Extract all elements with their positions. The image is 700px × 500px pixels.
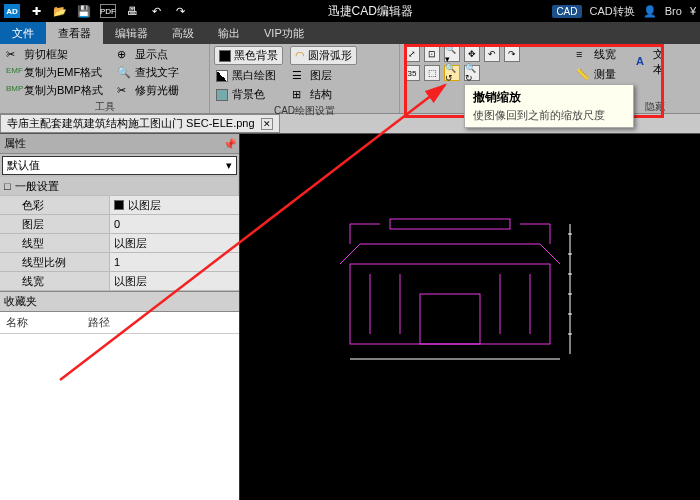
prop-row-layer[interactable]: 图层0 — [0, 215, 239, 234]
title-bar: AD ✚ 📂 💾 PDF 🖶 ↶ ↷ 迅捷CAD编辑器 CAD CAD转换 👤 … — [0, 0, 700, 22]
point-icon: ⊕ — [117, 48, 131, 62]
group-tools: ✂剪切框架 EMF复制为EMF格式 BMP复制为BMP格式 ⊕显示点 🔍查找文字… — [0, 44, 210, 113]
app-title: 迅捷CAD编辑器 — [196, 3, 544, 20]
dropdown-icon: ▾ — [226, 159, 232, 172]
tooltip-description: 使图像回到之前的缩放尺度 — [473, 108, 625, 123]
copy-emf-button[interactable]: EMF复制为EMF格式 — [4, 64, 114, 81]
properties-panel: 属性 📌 默认值 ▾ □一般设置 色彩以图层 图层0 线型以图层 线型比例1 线… — [0, 134, 240, 500]
tab-file[interactable]: 文件 — [0, 22, 46, 44]
zoom-undo-button[interactable]: 🔍↺ — [444, 65, 460, 81]
color-swatch-icon — [216, 89, 228, 101]
line-icon: ≡ — [576, 48, 590, 62]
fav-col-path: 路径 — [88, 315, 110, 330]
measure-button[interactable]: 📏测量 — [574, 66, 626, 83]
layer-button[interactable]: ☰图层 — [290, 67, 357, 84]
group-tools-label: 工具 — [4, 99, 205, 115]
close-tab-icon[interactable]: ✕ — [261, 118, 273, 130]
ribbon-tabs: 文件 查看器 编辑器 高级 输出 VIP功能 — [0, 22, 700, 44]
properties-header: 属性 📌 — [0, 134, 239, 154]
find-icon: 🔍 — [117, 66, 131, 80]
cad-convert-link[interactable]: CAD转换 — [590, 4, 635, 19]
layer-icon: ☰ — [292, 69, 306, 83]
struct-icon: ⊞ — [292, 88, 306, 102]
find-text-button[interactable]: 🔍查找文字 — [115, 64, 181, 81]
open-icon[interactable]: 📂 — [52, 4, 68, 18]
bg-color-button[interactable]: 背景色 — [214, 86, 283, 103]
document-tab[interactable]: 寺庙主配套建筑建筑结构施工图山门 SEC-ELE.png ✕ — [0, 114, 280, 133]
arc-icon: ◠ — [295, 49, 305, 62]
prop-row-lineweight[interactable]: 线宽以图层 — [0, 272, 239, 291]
black-swatch-icon — [219, 50, 231, 62]
text-icon: A — [636, 55, 649, 69]
prop-row-color[interactable]: 色彩以图层 — [0, 196, 239, 215]
copy-bmp-button[interactable]: BMP复制为BMP格式 — [4, 82, 114, 99]
zoom-redo-button[interactable]: 🔍↻ — [464, 65, 480, 81]
bw-draw-button[interactable]: 黑白绘图 — [214, 67, 283, 84]
rotate-left-button[interactable]: ↶ — [484, 46, 500, 62]
zoom-extents-button[interactable]: ⤢ — [404, 46, 420, 62]
favorites-panel: 收藏夹 名称 路径 — [0, 291, 239, 500]
zoom-35-button[interactable]: 35 — [404, 65, 420, 81]
user-name[interactable]: Bro — [665, 5, 682, 17]
pdf-icon[interactable]: PDF — [100, 4, 116, 18]
new-icon[interactable]: ✚ — [28, 4, 44, 18]
struct-button[interactable]: ⊞结构 — [290, 86, 357, 103]
emf-icon: EMF — [6, 66, 20, 80]
svg-rect-2 — [390, 219, 510, 229]
tab-advanced[interactable]: 高级 — [160, 22, 206, 44]
zoom-window-button[interactable]: ⊡ — [424, 46, 440, 62]
tab-vip[interactable]: VIP功能 — [252, 22, 316, 44]
tab-viewer[interactable]: 查看器 — [46, 22, 103, 44]
bw-swatch-icon — [216, 70, 228, 82]
ruler-icon: 📏 — [576, 68, 590, 82]
prop-row-linescale[interactable]: 线型比例1 — [0, 253, 239, 272]
black-bg-button[interactable]: 黑色背景 — [214, 46, 283, 65]
user-icon[interactable]: 👤 — [643, 5, 657, 18]
prop-section-general[interactable]: □一般设置 — [0, 177, 239, 196]
tooltip-zoom-undo: 撤销缩放 使图像回到之前的缩放尺度 — [464, 84, 634, 128]
linewidth-button[interactable]: ≡线宽 — [574, 46, 626, 63]
save-icon[interactable]: 💾 — [76, 4, 92, 18]
svg-rect-0 — [350, 264, 550, 344]
prop-row-linetype[interactable]: 线型以图层 — [0, 234, 239, 253]
pin-icon[interactable]: 📌 — [223, 138, 235, 150]
rotate-right-button[interactable]: ↷ — [504, 46, 520, 62]
trim-icon: ✂ — [117, 84, 131, 98]
hide-label: 隐藏 — [634, 99, 676, 115]
scissors-icon: ✂ — [6, 48, 20, 62]
show-point-button[interactable]: ⊕显示点 — [115, 46, 181, 63]
color-swatch-icon — [114, 200, 124, 210]
property-grid: □一般设置 色彩以图层 图层0 线型以图层 线型比例1 线宽以图层 — [0, 177, 239, 291]
fav-col-name: 名称 — [6, 315, 28, 330]
favorites-header: 收藏夹 — [0, 292, 239, 312]
app-logo-icon: AD — [4, 4, 20, 18]
zoom-in-button[interactable]: 🔍▾ — [444, 46, 460, 62]
cad-badge: CAD — [552, 5, 581, 18]
tooltip-title: 撤销缩放 — [473, 89, 625, 106]
redo-icon[interactable]: ↷ — [172, 4, 188, 18]
text-button[interactable]: A文本 — [634, 46, 676, 78]
bmp-icon: BMP — [6, 84, 20, 98]
group-text: A文本 隐藏 — [630, 44, 680, 113]
favorites-columns: 名称 路径 — [0, 312, 239, 334]
zoom-fit-button[interactable]: ⬚ — [424, 65, 440, 81]
drawing-canvas[interactable] — [240, 134, 700, 500]
cut-frame-button[interactable]: ✂剪切框架 — [4, 46, 114, 63]
trim-grid-button[interactable]: ✂修剪光栅 — [115, 82, 181, 99]
print-icon[interactable]: 🖶 — [124, 4, 140, 18]
default-selector[interactable]: 默认值 ▾ — [2, 156, 237, 175]
pan-button[interactable]: ✥ — [464, 46, 480, 62]
document-name: 寺庙主配套建筑建筑结构施工图山门 SEC-ELE.png — [7, 116, 255, 131]
tab-editor[interactable]: 编辑器 — [103, 22, 160, 44]
currency-icon[interactable]: ¥ — [690, 5, 696, 17]
group-cad-settings: 黑色背景 黑白绘图 背景色 ◠圆滑弧形 ☰图层 ⊞结构 CAD绘图设置 — [210, 44, 400, 113]
svg-rect-1 — [420, 294, 480, 344]
tab-output[interactable]: 输出 — [206, 22, 252, 44]
content-area: 属性 📌 默认值 ▾ □一般设置 色彩以图层 图层0 线型以图层 线型比例1 线… — [0, 134, 700, 500]
cad-drawing — [320, 204, 600, 384]
undo-icon[interactable]: ↶ — [148, 4, 164, 18]
arc-button[interactable]: ◠圆滑弧形 — [290, 46, 357, 65]
